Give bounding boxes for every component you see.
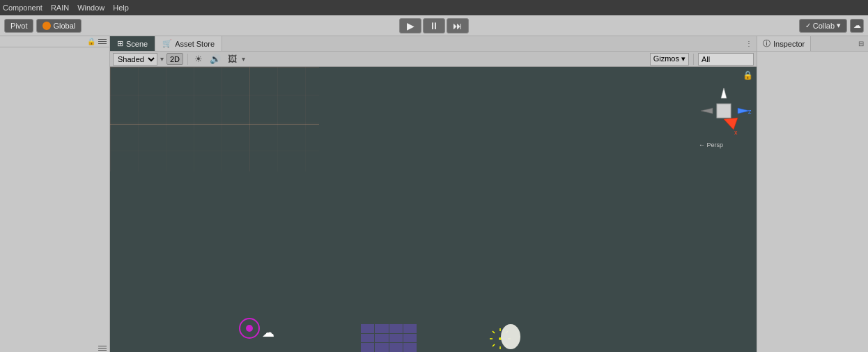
grid-cell-8 [403, 334, 417, 343]
gizmos-label: Gizmos [653, 54, 679, 63]
svg-rect-2 [110, 130, 319, 171]
grid-cell-12 [403, 343, 417, 352]
grid-cell-7 [389, 334, 403, 343]
hamburger-b-line-1 [98, 346, 107, 346]
shaded-select[interactable]: Shaded [113, 53, 157, 66]
scene-tab-label: Scene [126, 40, 148, 48]
grid-cell-5 [361, 334, 374, 343]
dropdown-effects-icon: ▾ [242, 55, 245, 63]
sidebar-header: 🔒 [0, 36, 109, 47]
scene-toolbar: Shaded ▾ 2D ☀ 🔊 🖼 ▾ Gizmos ▾ [110, 52, 757, 67]
menu-component[interactable]: Component [3, 3, 42, 12]
svg-point-13 [501, 324, 520, 349]
inspector-expand-icon[interactable]: ⊟ [854, 40, 868, 47]
audio-icon-btn[interactable]: 🔊 [208, 53, 223, 65]
sidebar-content [0, 47, 109, 344]
scene-grid [110, 67, 319, 171]
toolbar-divider-1 [187, 54, 188, 65]
2d-button[interactable]: 2D [166, 53, 183, 65]
lock-icon[interactable]: 🔒 [87, 38, 95, 45]
sidebar-bottom-hamburger[interactable] [98, 346, 107, 351]
menu-rain[interactable]: RAIN [51, 3, 69, 12]
hamburger-menu-icon[interactable] [98, 39, 107, 44]
sidebar-bottom-menu [0, 344, 109, 352]
tab-asset-store[interactable]: 🛒 Asset Store [155, 36, 222, 51]
collab-dropdown-icon: ▾ [837, 21, 841, 30]
light-object[interactable] [486, 321, 525, 352]
dropdown-arrow-icon: ▾ [160, 55, 164, 63]
svg-line-9 [493, 331, 495, 333]
tab-scene[interactable]: ⊞ Scene [110, 36, 155, 51]
collab-label: Collab [813, 22, 835, 30]
toolbar-divider-2 [693, 54, 694, 65]
z-axis-label: z [748, 108, 752, 115]
audio-source-object[interactable] [239, 318, 260, 339]
scene-panel: ⊞ Scene 🛒 Asset Store ⋮ Shaded ▾ 2D ☀ 🔊 … [110, 36, 757, 352]
scene-tabs: ⊞ Scene 🛒 Asset Store ⋮ [110, 36, 757, 52]
account-button[interactable]: ☁ [850, 19, 864, 33]
grid-cell-10 [375, 343, 388, 352]
hamburger-b-line-3 [98, 350, 107, 351]
svg-marker-15 [721, 88, 727, 98]
menu-help[interactable]: Help [113, 3, 129, 12]
toolbar-left: Pivot Global [4, 19, 82, 33]
inspector-tabs: ⓘ Inspector ⊟ [757, 36, 868, 52]
collab-button[interactable]: ✓ Collab ▾ [799, 19, 847, 33]
toolbar-center: ▶ ⏸ ⏭ [399, 18, 469, 33]
hamburger-line-3 [98, 43, 107, 44]
inspector-content [757, 52, 868, 352]
main-layout: 🔒 ⊞ Scene 🛒 Asset Stor [0, 36, 868, 352]
right-panel: ⓘ Inspector ⊟ [757, 36, 868, 352]
toolbar: Pivot Global ▶ ⏸ ⏭ ✓ Collab ▾ ☁ [0, 15, 868, 36]
svg-marker-18 [701, 108, 713, 114]
grid-cell-4 [403, 324, 417, 333]
x-axis-label: x [734, 129, 738, 136]
grid-cell-2 [375, 324, 388, 333]
image-icon-btn[interactable]: 🖼 [226, 53, 239, 65]
global-label: Global [53, 22, 75, 30]
cloud-object[interactable]: ☁ [262, 325, 274, 340]
grid-cell-6 [375, 334, 388, 343]
menu-window[interactable]: Window [77, 3, 104, 12]
pivot-button[interactable]: Pivot [4, 19, 33, 33]
svg-marker-17 [724, 118, 738, 130]
global-button[interactable]: Global [36, 19, 82, 33]
step-button[interactable]: ⏭ [447, 18, 469, 33]
svg-rect-1 [110, 67, 319, 130]
asset-store-icon: 🛒 [162, 39, 172, 48]
viewport-lock-icon[interactable]: 🔒 [743, 70, 753, 80]
left-sidebar: 🔒 [0, 36, 110, 352]
3d-gizmo-widget[interactable]: z x ← Persp [697, 84, 753, 154]
sun-icon-btn[interactable]: ☀ [192, 53, 205, 65]
scene-hash-icon: ⊞ [117, 39, 123, 48]
persp-label: ← Persp [699, 141, 723, 148]
grid-cell-11 [389, 343, 403, 352]
global-icon [42, 22, 51, 30]
grid-character-object[interactable] [361, 324, 417, 352]
search-all-input[interactable] [698, 53, 754, 66]
gizmos-button[interactable]: Gizmos ▾ [650, 53, 689, 66]
asset-store-tab-label: Asset Store [175, 40, 215, 48]
audio-source-inner [246, 325, 253, 332]
svg-rect-14 [717, 104, 731, 118]
inspector-info-icon: ⓘ [763, 38, 770, 49]
inspector-tab-label: Inspector [773, 40, 805, 48]
pause-button[interactable]: ⏸ [423, 18, 445, 33]
scene-viewport[interactable]: ☁ [110, 67, 757, 352]
grid-cell-3 [389, 324, 403, 333]
hamburger-line-2 [98, 41, 107, 42]
tab-inspector[interactable]: ⓘ Inspector [757, 36, 811, 51]
play-button[interactable]: ▶ [399, 18, 421, 33]
svg-line-11 [493, 344, 495, 346]
grid-cell-1 [361, 324, 374, 333]
scene-panel-expand[interactable]: ⋮ [741, 40, 757, 47]
gizmos-dropdown-icon: ▾ [681, 54, 685, 63]
check-icon: ✓ [805, 22, 811, 29]
menu-bar: Component RAIN Window Help [0, 0, 868, 15]
hamburger-line-1 [98, 39, 107, 40]
toolbar-right: ✓ Collab ▾ ☁ [799, 19, 864, 33]
hamburger-b-line-2 [98, 348, 107, 349]
grid-cell-9 [361, 343, 374, 352]
